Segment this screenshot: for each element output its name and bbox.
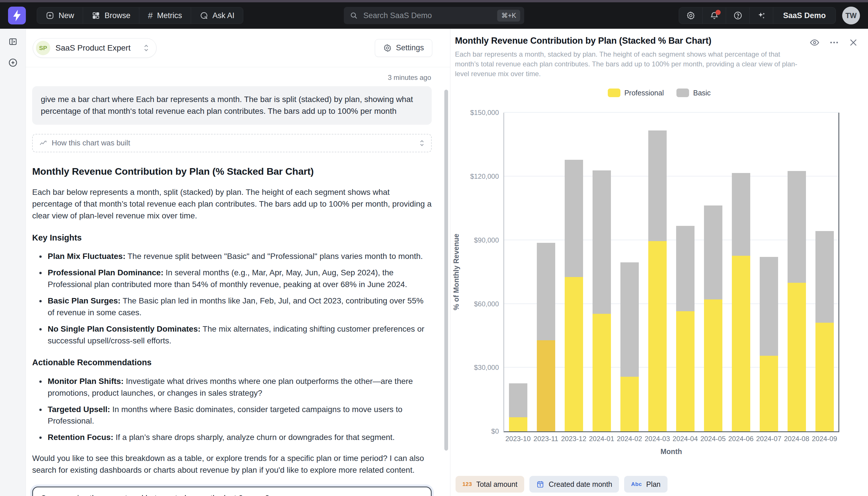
notifications-button[interactable]	[703, 7, 726, 24]
bar-segment-professional-2024-08[interactable]	[788, 283, 806, 432]
legend-entry-professional[interactable]: Professional	[608, 89, 664, 97]
bar-segment-professional-2023-12[interactable]	[565, 277, 583, 431]
chip-plan[interactable]: Abc Plan	[624, 476, 667, 493]
bar-segment-basic-2024-01[interactable]	[593, 170, 611, 314]
plus-square-icon	[46, 11, 54, 20]
close-icon[interactable]	[849, 38, 858, 47]
app-logo[interactable]	[8, 6, 26, 25]
response-sections: Key InsightsPlan Mix Fluctuates: The rev…	[32, 232, 432, 444]
browse-button[interactable]: Browse	[83, 7, 139, 24]
org-label: SaaS Demo	[783, 11, 826, 20]
metrics-button[interactable]: # Metrics	[139, 7, 191, 24]
bullet-list: Plan Mix Fluctuates: The revenue split b…	[32, 251, 432, 346]
response-closing: Would you like to see this breakdown as …	[32, 453, 432, 476]
new-button[interactable]: New	[37, 7, 83, 24]
bullet-item: Targeted Upsell: In months where Basic d…	[46, 404, 432, 427]
bullet-item: Monitor Plan Shifts: Investigate what dr…	[46, 376, 432, 399]
bar-segment-professional-2024-02[interactable]	[621, 377, 639, 432]
y-axis-title-wrap: % of Monthly Revenue	[451, 113, 461, 431]
bar-segment-professional-2024-04[interactable]	[676, 311, 694, 431]
bar-segment-professional-2024-03[interactable]	[648, 241, 666, 431]
x-axis-tick-label: 2024-07	[755, 435, 783, 443]
global-search-input[interactable]: Search SaaS Demo ⌘+K	[344, 7, 524, 24]
help-button[interactable]	[726, 7, 750, 24]
navbar-icon-group: SaaS Demo	[679, 7, 836, 24]
calendar-icon	[536, 480, 544, 488]
bar-segment-basic-2023-10[interactable]	[509, 383, 527, 417]
abc-text-icon: Abc	[631, 481, 642, 487]
chip-plan-label: Plan	[646, 480, 661, 489]
bar-band	[532, 113, 560, 431]
toggle-sidebar-icon[interactable]	[8, 37, 18, 47]
new-thread-icon[interactable]	[8, 58, 18, 68]
bar-segment-basic-2024-05[interactable]	[704, 205, 722, 300]
bar-segment-professional-2024-05[interactable]	[704, 299, 722, 431]
agent-settings-button[interactable]: Settings	[375, 39, 432, 57]
settings-gear-button[interactable]	[679, 7, 703, 24]
left-rail	[0, 29, 26, 496]
bar-band	[504, 113, 532, 431]
bullet-item: Professional Plan Dominance: In several …	[46, 267, 432, 291]
bar-segment-basic-2024-06[interactable]	[732, 173, 750, 256]
notification-badge	[716, 10, 721, 15]
x-axis-tick-label: 2023-12	[560, 435, 588, 443]
chart-panel-actions	[809, 37, 858, 48]
x-axis-tick-label: 2024-08	[783, 435, 810, 443]
search-icon	[350, 11, 358, 20]
message-timestamp: 3 minutes ago	[32, 74, 431, 82]
bar-segment-professional-2023-11[interactable]	[537, 340, 555, 431]
x-axis-tick-label: 2024-03	[643, 435, 671, 443]
chevron-updown-icon	[419, 139, 425, 147]
sparkles-icon	[757, 11, 766, 20]
chat-scrollbar-thumb[interactable]	[444, 90, 448, 451]
chat-header: SP SaaS Product Expert Settings	[26, 29, 450, 67]
message-composer: Can you give the same trend but quarterl…	[32, 486, 432, 496]
bar-segment-basic-2024-04[interactable]	[676, 226, 694, 311]
bar-segment-professional-2024-06[interactable]	[732, 256, 750, 431]
visibility-eye-icon[interactable]	[809, 37, 820, 48]
bar-segment-basic-2024-08[interactable]	[788, 171, 806, 283]
legend-entry-basic[interactable]: Basic	[676, 89, 711, 97]
message-input[interactable]: Can you give the same trend but quarterl…	[33, 487, 431, 496]
app-body: SP SaaS Product Expert Settings 3 minute…	[0, 29, 868, 496]
org-switcher-button[interactable]: SaaS Demo	[773, 7, 836, 24]
how-chart-built-expander[interactable]: How this chart was built	[32, 134, 432, 152]
section-heading: Actionable Recommendations	[32, 356, 432, 368]
y-axis-tick-label: $90,000	[456, 236, 499, 244]
y-axis-tick-label: $120,000	[456, 172, 499, 181]
bar-segment-basic-2024-03[interactable]	[648, 130, 666, 241]
bar-segment-basic-2024-09[interactable]	[816, 231, 834, 323]
bar-segment-basic-2024-07[interactable]	[760, 257, 778, 356]
bar-segment-basic-2023-12[interactable]	[565, 160, 583, 277]
bar-segment-basic-2024-02[interactable]	[621, 262, 639, 377]
question-circle-icon	[733, 11, 742, 20]
chip-total-amount[interactable]: 123 Total amount	[455, 476, 524, 493]
ai-sparkles-button[interactable]	[750, 7, 773, 24]
bar-segment-professional-2024-01[interactable]	[593, 314, 611, 431]
bullet-list: Monitor Plan Shifts: Investigate what dr…	[32, 376, 432, 444]
x-axis-tick-label: 2023-11	[532, 435, 560, 443]
x-axis-tick-label: 2024-04	[671, 435, 699, 443]
bullet-item: Retention Focus: If a plan’s share drops…	[46, 432, 432, 444]
bar-band	[727, 113, 755, 431]
bar-segment-professional-2023-10[interactable]	[509, 417, 527, 432]
user-avatar[interactable]: TW	[842, 6, 860, 25]
ask-ai-button[interactable]: Ask AI	[191, 7, 243, 24]
bar-segment-professional-2024-09[interactable]	[816, 323, 834, 431]
more-options-icon[interactable]	[829, 37, 839, 48]
chip-total-amount-label: Total amount	[476, 480, 517, 489]
bar-band	[560, 113, 588, 431]
top-accent-strip	[0, 0, 868, 2]
bar-segment-basic-2023-11[interactable]	[537, 243, 555, 340]
lightning-bolt-icon	[12, 10, 22, 21]
agent-selector[interactable]: SP SaaS Product Expert	[33, 38, 157, 58]
how-chart-built-label: How this chart was built	[52, 139, 130, 148]
gear-icon	[383, 44, 392, 52]
legend-label-professional: Professional	[624, 89, 664, 97]
settings-button-label: Settings	[396, 43, 424, 52]
bar-band	[699, 113, 727, 431]
bar-band	[615, 113, 643, 431]
chip-created-date-month[interactable]: Created date month	[529, 476, 619, 493]
bar-segment-professional-2024-07[interactable]	[760, 356, 778, 431]
bar-band	[588, 113, 615, 431]
